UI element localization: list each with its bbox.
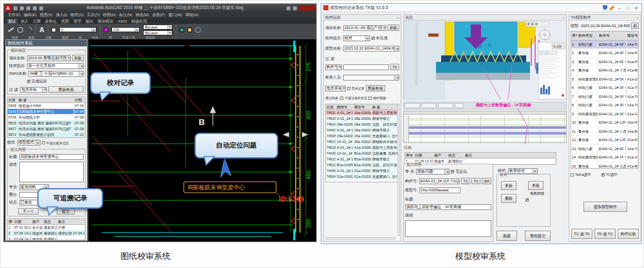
done-records-checkbox[interactable] xyxy=(27,80,30,83)
desc-textarea[interactable] xyxy=(19,162,84,182)
compare-components-button[interactable]: 构件比较 xyxy=(618,229,639,239)
table-row[interactable]: 11叠合板E04A-01_2# 八层..1Aa-BA02 xyxy=(571,128,638,137)
next-button[interactable]: 下一个 xyxy=(18,208,39,215)
table-row[interactable]: 13特制凸窗E04A-01_2# 8F Y..1Aa-T901 xyxy=(571,145,638,154)
batch-select[interactable]: 第一次交叉校对 xyxy=(27,63,84,69)
update-button[interactable]: 更新 xyxy=(501,181,516,190)
table-row[interactable]: 74522B1a-G005gaabaB1a-G005gaaba边筋、斜拉杆需校1… xyxy=(326,162,399,168)
table-row[interactable]: 9特制窗架预制墙E04A-01_2# 3F Y..A1a-GA03 xyxy=(571,110,638,119)
table-row[interactable]: 74525A-01_1# 12F YGC18a-G005caaba槽钢导模正 xyxy=(326,116,399,122)
table-row[interactable]: 5726补马镫筋大样07-08 xyxy=(8,115,85,120)
pencil-icon[interactable] xyxy=(609,5,614,10)
refresh-button[interactable]: 刷新 xyxy=(388,24,399,31)
search-icon[interactable] xyxy=(287,6,290,10)
flyout-tab[interactable] xyxy=(540,51,548,55)
layer-select[interactable]: 0 xyxy=(59,27,97,32)
title-input[interactable]: 局部板筋未伸至梁中心 xyxy=(19,154,84,160)
table-row[interactable]: 2叠合板E04A-01_2# 9F Y..1Aa-PA01 xyxy=(571,49,638,58)
menu-item[interactable]: 插入(I) xyxy=(56,12,68,18)
title-input[interactable]: 插筋与上层套管偏位：1F至两侧 xyxy=(405,204,491,210)
tk-button[interactable]: TK xyxy=(390,64,399,70)
lineweight-select[interactable]: ByLayer xyxy=(143,30,173,35)
task-tab[interactable] xyxy=(438,103,453,108)
color-swatch-icon[interactable] xyxy=(104,28,108,32)
undo-icon[interactable] xyxy=(33,6,37,10)
spreadsheet-selected-row[interactable] xyxy=(409,132,566,135)
table-row[interactable]: 74523A-01_1# 12F YGCB1a-G005caaba槽钢导模正 xyxy=(326,157,399,162)
batch-select[interactable]: 校对 xyxy=(343,35,370,41)
menu-item[interactable]: 帮助(H) xyxy=(185,12,198,18)
color-select[interactable]: 210 xyxy=(111,27,140,32)
table-row[interactable]: 5817给排水问题,修改“规格DN75过滤T07-09 xyxy=(8,126,85,132)
table-row[interactable]: 6特制凸窗E04A-01_2# 3F Y..A1a-T001 xyxy=(571,84,638,93)
spreadsheet-selected-row[interactable] xyxy=(409,126,566,129)
task-tab[interactable] xyxy=(455,103,464,108)
tc-button[interactable]: TC xyxy=(461,178,470,184)
table-row[interactable]: 74520A-01_2# 11F YGC16a-G005aaaaa插筋与上层套管… xyxy=(326,110,399,116)
filter2-select[interactable]: 包含所有 xyxy=(325,86,346,91)
circle-tool-icon[interactable] xyxy=(17,27,23,33)
sm-button[interactable]: SM xyxy=(482,178,491,184)
table-row[interactable]: 8特制凸窗E04A-01_2# 3F Y..1Aa-T003 xyxy=(571,101,638,110)
menu-item[interactable]: 窗口(W) xyxy=(168,12,182,18)
major-select[interactable]: 模板问题 xyxy=(416,169,450,175)
table-row[interactable]: 14特制窗架预制墙E04A-01_2# 1F Y..A1a-GA03 xyxy=(571,153,638,162)
follow-checkbox[interactable] xyxy=(368,97,372,100)
model-number-input[interactable]: 1Aa-G005aaaaa xyxy=(419,187,460,193)
tk-button[interactable]: TK xyxy=(471,178,480,184)
block-tool-icon[interactable] xyxy=(180,28,184,32)
nohint-checkbox[interactable] xyxy=(42,141,45,144)
done-checkbox[interactable] xyxy=(347,87,350,90)
table-row[interactable]: 5872补马镫筋数量统计说明07-12 xyxy=(8,132,85,138)
table-row[interactable]: 1特制凸窗E04A-01_2# 9F Y..1Aa-T002 xyxy=(571,41,638,50)
project-select[interactable]: 2023-41~49 成品产业片区2#-10#厂 xyxy=(343,25,386,31)
table-row[interactable]: 10叠合板E04A-01_2# 12F ..15a-F001 xyxy=(571,119,638,128)
menu-item[interactable]: 视图(V) xyxy=(40,12,53,18)
viewport-3d[interactable]: 放大图 xyxy=(404,21,566,100)
unfinished-checkbox[interactable] xyxy=(372,37,375,40)
table-row[interactable]: 5140局部板筋未伸至梁中心07-04 xyxy=(8,109,85,115)
table-row[interactable]: 5339板筋放大X40007-04 xyxy=(8,103,85,109)
tk-refresh-button[interactable]: 刷 xyxy=(631,23,639,29)
delete-button[interactable]: 删除 xyxy=(501,194,516,203)
checker-select[interactable] xyxy=(343,75,399,81)
extract-components-button[interactable]: 提取模型构件 xyxy=(583,202,627,212)
menu-item[interactable]: 标注(N) xyxy=(119,12,132,18)
tk-select-tc-button[interactable]: TK 选 TC xyxy=(594,229,616,239)
table-row[interactable]: 74467A-01_1# 12F YGC15a-G0001aaba槽钢导模正 xyxy=(326,128,399,133)
ribbon-tab[interactable]: 默认 xyxy=(6,19,18,24)
minimize-button[interactable]: – xyxy=(616,5,623,12)
mode-select[interactable]: 模型模式 xyxy=(17,140,41,146)
table-row[interactable]: 7特制凸窗E04A-01_2# 3F Y..A1a-TA01 xyxy=(571,93,638,102)
ribbon-tab[interactable]: 参数化 xyxy=(43,19,59,24)
table-row[interactable]: 207-04 14:13张远军重做校记增加记录 07-04 14 xyxy=(8,231,85,236)
shield-icon[interactable] xyxy=(603,5,607,10)
table-row[interactable]: 7452418a-G005naaba18a-G005naaba边筋、斜拉杆需校1… xyxy=(326,122,399,128)
maximize-button[interactable]: □ xyxy=(625,5,631,12)
ribbon-tab[interactable]: 输出 xyxy=(84,19,95,24)
layer-swatch-icon[interactable] xyxy=(52,28,56,32)
model-select[interactable]: 2023.10.22 E04A-01_1#2#.RZP xyxy=(343,46,399,52)
table-row[interactable]: 74518A-01_2# 11F YGCA1a-G005aaana插筋与上层套管… xyxy=(326,145,399,151)
toolbar-icon[interactable] xyxy=(535,23,538,26)
help-icon[interactable] xyxy=(293,6,297,10)
record-dot-icon[interactable] xyxy=(562,94,564,97)
horizontal-scrollbar[interactable] xyxy=(325,237,395,240)
component-input[interactable]: E04A-01_2# 11F YGQ20 xyxy=(419,178,460,184)
table-row[interactable]: 744301A-01_1# 2F YGCB1a-G002bbbda边筋重叠, 机… xyxy=(326,151,399,157)
refresh-button[interactable]: 刷新 xyxy=(72,55,84,61)
table-row[interactable]: 307-04 14:12张远军新增校记 xyxy=(8,236,85,240)
linetype-select[interactable]: ByLayer xyxy=(143,24,173,30)
batch-submit-button[interactable]: 整批提交 xyxy=(525,231,551,241)
table-row[interactable]: 107-11 15:10肖大富最新状态已修 xyxy=(8,225,85,231)
ribbon-tab[interactable]: 视图 xyxy=(59,19,71,24)
component-combo[interactable]: 构件号 xyxy=(325,64,342,70)
pin-icon[interactable]: ⌐ xyxy=(562,15,565,20)
table-row[interactable]: 4叠合板E04A-01_2# 十层..A1a-B003 xyxy=(571,66,638,75)
menu-item[interactable]: 参数(P) xyxy=(152,12,165,18)
line-tool-icon[interactable] xyxy=(8,28,14,32)
menu-item[interactable]: 绘图(D) xyxy=(103,12,116,18)
close-button[interactable]: ✕ xyxy=(633,5,639,12)
table-row[interactable]: 745071A-01_1# 4F YGC25a-G002daSaa槽钢构件未做设… xyxy=(326,139,399,145)
table-row[interactable]: 5特制窗架预制墙E04A-01_2# 5F Y..A1a-G001 xyxy=(571,75,638,84)
